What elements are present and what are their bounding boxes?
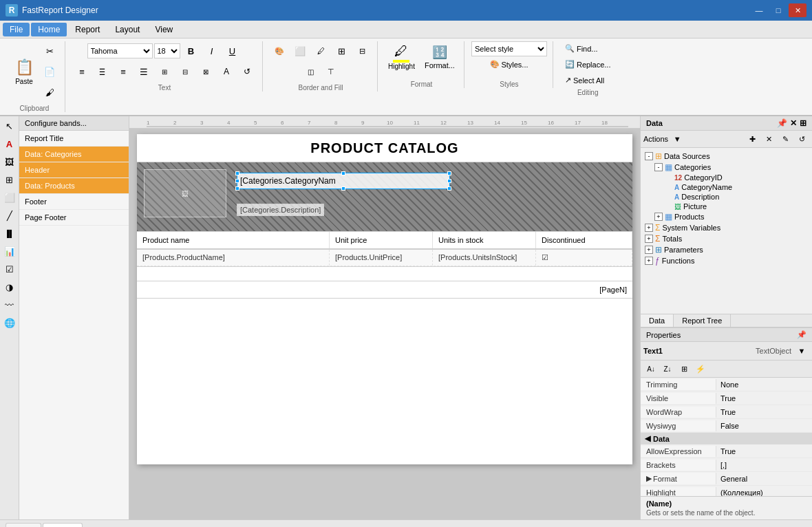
checkbox-tool[interactable]: ☑ xyxy=(1,261,18,277)
prop-value-wordwrap[interactable]: True xyxy=(716,407,812,418)
handle-tr[interactable] xyxy=(447,171,451,175)
tab-report-tree[interactable]: Report Tree xyxy=(674,314,731,327)
expand-data-sources[interactable]: - xyxy=(645,152,653,160)
margin-button[interactable]: ◫ xyxy=(301,62,320,81)
paste-button[interactable]: 📋 Paste xyxy=(10,54,39,89)
expand-format-icon[interactable]: ▶ xyxy=(646,474,652,483)
data-products-row[interactable]: [Products.ProductName] [Products.UnitPri… xyxy=(137,250,632,266)
tree-system-vars[interactable]: + Σ System Variables xyxy=(643,222,809,233)
format-painter-button[interactable]: 🖌 xyxy=(40,83,59,102)
edit-datasource-button[interactable]: ✎ xyxy=(778,132,793,146)
align-justify-button[interactable]: ☰ xyxy=(134,62,153,81)
pin-props-icon[interactable]: 📌 xyxy=(797,330,806,339)
category-picture-object[interactable]: 🖼 xyxy=(144,169,226,217)
align-top-button[interactable]: ⊤ xyxy=(321,62,341,81)
border-color-button[interactable]: 🖊 xyxy=(311,41,330,61)
refresh-datasource-button[interactable]: ↺ xyxy=(794,132,809,146)
pointer-tool[interactable]: ↖ xyxy=(1,118,18,134)
tree-data-sources[interactable]: - ⊞ Data Sources xyxy=(643,151,809,162)
align-center-button[interactable]: ☰ xyxy=(95,62,110,81)
props-table-button[interactable]: ⊞ xyxy=(676,362,692,376)
prop-value-wysiwyg[interactable]: False xyxy=(716,420,812,431)
font-color-button[interactable]: A xyxy=(217,62,236,81)
handle-br[interactable] xyxy=(447,186,451,191)
tab-code[interactable]: Code xyxy=(6,523,41,527)
select-all-button[interactable]: ↗ Select All xyxy=(560,73,616,87)
canvas-area[interactable]: // Rendered inline via SVG text elements… xyxy=(129,116,640,519)
band-data-products[interactable]: Data: Products xyxy=(19,178,129,194)
text-wrap-button[interactable]: ⊞ xyxy=(155,62,174,81)
tree-functions[interactable]: + ƒ Functions xyxy=(643,255,809,266)
barcode-tool[interactable]: ▐▌ xyxy=(1,225,18,241)
props-dropdown-button[interactable]: ▼ xyxy=(794,344,809,358)
handle-bm[interactable] xyxy=(341,186,345,191)
menu-file[interactable]: File xyxy=(3,23,30,36)
handle-mr[interactable] xyxy=(447,179,451,183)
prop-value-format[interactable]: General xyxy=(716,473,812,484)
border-style-button[interactable]: ⬜ xyxy=(290,41,310,61)
minimize-button[interactable]: — xyxy=(750,3,768,17)
tree-categories[interactable]: - ▦ Categories xyxy=(653,162,809,173)
expand-functions[interactable]: + xyxy=(645,257,653,265)
tab-page1[interactable]: Page1 xyxy=(43,523,83,527)
text-indent-button[interactable]: ⊠ xyxy=(196,62,215,81)
menu-layout[interactable]: Layout xyxy=(108,23,147,36)
picture-tool[interactable]: 🖼 xyxy=(1,153,18,170)
expand-categories[interactable]: - xyxy=(654,163,663,171)
bold-button[interactable]: B xyxy=(182,41,201,61)
italic-button[interactable]: I xyxy=(202,41,222,61)
prop-value-trimming[interactable]: None xyxy=(716,379,812,390)
tree-picture[interactable]: 🖼 Picture xyxy=(663,202,809,211)
props-event-button[interactable]: ⚡ xyxy=(693,362,708,376)
border-all-button[interactable]: ⊞ xyxy=(332,41,351,61)
tab-data[interactable]: Data xyxy=(641,314,674,327)
styles-button[interactable]: 🎨 Styles... xyxy=(485,58,533,71)
section-data[interactable]: ◀ Data xyxy=(641,433,812,444)
canvas-wrapper[interactable]: PRODUCT CATALOG 🖼 xyxy=(129,129,640,470)
tree-categoryname[interactable]: A CategoryName xyxy=(663,182,809,192)
expand-parameters[interactable]: + xyxy=(645,246,653,254)
text-refresh-button[interactable]: ↺ xyxy=(237,62,257,81)
band-data-categories[interactable]: Data: Categories xyxy=(19,147,129,162)
prop-value-highlight[interactable]: (Коллекция) xyxy=(716,487,812,497)
handle-bl[interactable] xyxy=(235,186,239,191)
tree-description[interactable]: A Description xyxy=(663,192,809,202)
shape-tool[interactable]: ⬜ xyxy=(1,189,18,206)
tree-totals[interactable]: + Σ Totals xyxy=(643,233,809,244)
tree-parameters[interactable]: + ⊞ Parameters xyxy=(643,244,809,255)
prop-value-visible[interactable]: True xyxy=(716,393,812,404)
add-datasource-button[interactable]: ✚ xyxy=(745,132,760,146)
shadow-button[interactable]: ⊟ xyxy=(352,41,372,61)
cut-button[interactable]: ✂ xyxy=(40,41,59,61)
font-select[interactable]: Tahoma Arial Times New Roman xyxy=(87,43,153,58)
expand-totals[interactable]: + xyxy=(645,235,653,243)
menu-home[interactable]: Home xyxy=(31,23,67,36)
text-col-button[interactable]: ⊟ xyxy=(175,62,195,81)
report-title-text[interactable]: PRODUCT CATALOG xyxy=(310,140,458,156)
format-button[interactable]: 🔢 Format... xyxy=(421,41,458,73)
find-button[interactable]: 🔍 Find... xyxy=(560,41,616,56)
band-footer[interactable]: Footer xyxy=(19,194,129,210)
underline-button[interactable]: U xyxy=(223,41,242,61)
band-header[interactable]: Header xyxy=(19,162,129,178)
delete-datasource-button[interactable]: ✕ xyxy=(761,132,776,146)
band-report-title[interactable]: Report Title xyxy=(19,131,129,147)
maximize-button[interactable]: □ xyxy=(769,3,787,17)
band-page-footer[interactable]: Page Footer xyxy=(19,210,129,226)
category-description-object[interactable]: [Categories.Description] xyxy=(237,204,324,216)
table-tool[interactable]: ⊞ xyxy=(1,171,18,188)
expand-products[interactable]: + xyxy=(654,213,663,221)
prop-value-brackets[interactable]: [,] xyxy=(716,460,812,471)
align-right-button[interactable]: ≡ xyxy=(114,62,133,81)
sort-za-button[interactable]: Z↓ xyxy=(660,362,675,376)
configure-bands-button[interactable]: Configure bands... xyxy=(19,116,129,131)
sparkline-tool[interactable]: 〰 xyxy=(1,297,18,313)
handle-ml[interactable] xyxy=(235,179,239,183)
prop-value-allowexpr[interactable]: True xyxy=(716,446,812,457)
chart-tool[interactable]: 📊 xyxy=(1,243,18,259)
expand-panel-icon[interactable]: ⊞ xyxy=(800,118,806,128)
menu-view[interactable]: View xyxy=(148,23,180,36)
handle-tl[interactable] xyxy=(235,171,239,175)
tree-categoryid[interactable]: 12 CategoryID xyxy=(663,173,809,182)
tree-products[interactable]: + ▦ Products xyxy=(653,211,809,222)
